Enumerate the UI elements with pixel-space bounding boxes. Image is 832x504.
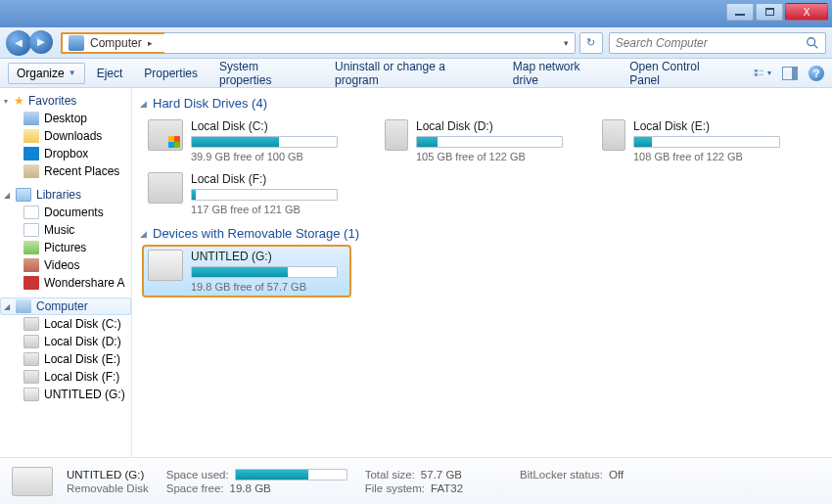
libraries-icon — [16, 188, 31, 202]
control-panel-button[interactable]: Open Control Panel — [629, 60, 732, 87]
computer-icon — [16, 299, 31, 313]
drive-d[interactable]: Local Disk (D:) 105 GB free of 122 GB — [381, 116, 567, 165]
drive-name: Local Disk (D:) — [416, 119, 563, 133]
dropdown-arrow-icon: ▼ — [69, 69, 76, 77]
sidebar-item-desktop[interactable]: Desktop — [0, 110, 131, 127]
address-dropdown-icon[interactable]: ▾ — [558, 38, 575, 48]
sidebar-item-documents[interactable]: Documents — [0, 204, 131, 221]
minimize-button[interactable] — [726, 3, 754, 21]
refresh-button[interactable]: ↻ — [579, 32, 603, 54]
sidebar-item-label: Desktop — [44, 112, 87, 125]
sidebar-libraries-label: Libraries — [36, 188, 81, 202]
sidebar-item-pictures[interactable]: Pictures — [0, 239, 131, 256]
sidebar-item-label: Recent Places — [44, 164, 119, 178]
desktop-icon — [23, 112, 39, 125]
removable-icon — [23, 388, 39, 401]
hdd-icon — [385, 119, 408, 151]
usage-bar — [191, 189, 338, 201]
help-button[interactable]: ? — [809, 66, 824, 81]
usage-bar — [633, 136, 780, 148]
sidebar-item-label: Documents — [44, 206, 104, 219]
group-removable-label: Devices with Removable Storage (1) — [153, 226, 359, 241]
sidebar-item-e[interactable]: Local Disk (E:) — [0, 350, 131, 368]
sidebar-favorites-label: Favorites — [28, 94, 76, 108]
sidebar-item-label: Local Disk (E:) — [44, 352, 120, 366]
sidebar-libraries-header[interactable]: ◢ Libraries — [0, 186, 131, 204]
collapse-icon: ◢ — [4, 302, 14, 311]
details-type: Removable Disk — [67, 482, 149, 494]
sidebar-computer-header[interactable]: ◢ Computer — [0, 298, 131, 315]
drive-free: 105 GB free of 122 GB — [416, 151, 563, 162]
group-removable-header[interactable]: ◢Devices with Removable Storage (1) — [140, 226, 826, 241]
search-box[interactable] — [609, 32, 826, 54]
back-button[interactable]: ◄ — [6, 30, 31, 56]
eject-button[interactable]: Eject — [97, 67, 123, 80]
hdd-icon — [23, 352, 39, 366]
drive-free: 39.9 GB free of 100 GB — [191, 151, 338, 162]
hdd-icon — [602, 119, 625, 151]
hdd-icon — [148, 119, 183, 151]
sidebar-item-downloads[interactable]: Downloads — [0, 127, 131, 145]
details-total-label: Total size: — [365, 469, 415, 481]
sidebar-item-c[interactable]: Local Disk (C:) — [0, 315, 131, 333]
drive-e[interactable]: Local Disk (E:) 108 GB free of 122 GB — [598, 116, 784, 165]
sidebar-item-dropbox[interactable]: Dropbox — [0, 145, 131, 162]
properties-button[interactable]: Properties — [144, 67, 198, 80]
details-usage-bar — [235, 469, 347, 481]
search-input[interactable] — [616, 36, 806, 50]
collapse-icon: ◢ — [4, 191, 14, 200]
sidebar-item-g[interactable]: UNTITLED (G:) — [0, 386, 131, 403]
organize-label: Organize — [17, 67, 65, 80]
view-options-button[interactable]: ▾ — [754, 65, 771, 82]
drive-free: 117 GB free of 121 GB — [191, 204, 338, 215]
dropbox-icon — [23, 147, 39, 160]
group-hdd-label: Hard Disk Drives (4) — [153, 96, 267, 111]
organize-button[interactable]: Organize ▼ — [8, 63, 85, 84]
folder-icon — [23, 129, 39, 143]
sidebar-item-label: Dropbox — [44, 147, 88, 160]
chevron-right-icon[interactable]: ▸ — [142, 38, 159, 48]
sidebar-item-music[interactable]: Music — [0, 221, 131, 239]
svg-line-1 — [814, 44, 818, 48]
removable-icon — [148, 250, 183, 281]
document-icon — [23, 206, 39, 219]
sidebar-computer-label: Computer — [36, 299, 88, 313]
svg-rect-2 — [755, 69, 758, 72]
usage-bar — [416, 136, 563, 148]
details-pane: UNTITLED (G:) Removable Disk Space used:… — [0, 457, 832, 504]
recent-icon — [23, 164, 39, 178]
sidebar: ▾ ★ Favorites Desktop Downloads Dropbox … — [0, 88, 132, 457]
drive-c[interactable]: Local Disk (C:) 39.9 GB free of 100 GB — [144, 116, 349, 165]
drive-name: UNTITLED (G:) — [191, 250, 338, 263]
sidebar-item-wondershare[interactable]: Wondershare A — [0, 274, 131, 292]
maximize-button[interactable] — [756, 3, 783, 21]
sidebar-item-recent[interactable]: Recent Places — [0, 162, 131, 180]
main-content: ◢Hard Disk Drives (4) Local Disk (C:) 39… — [132, 88, 832, 457]
forward-button[interactable]: ► — [29, 30, 53, 54]
hdd-icon — [148, 172, 183, 204]
hdd-icon — [23, 317, 39, 331]
address-bar-extension[interactable]: ▾ — [164, 32, 576, 54]
address-breadcrumb[interactable]: Computer ▸ — [61, 32, 164, 54]
sidebar-item-videos[interactable]: Videos — [0, 256, 131, 274]
drive-name: Local Disk (E:) — [633, 119, 780, 133]
drive-f[interactable]: Local Disk (F:) 117 GB free of 121 GB — [144, 169, 349, 218]
sidebar-item-label: Local Disk (C:) — [44, 317, 121, 331]
sidebar-item-d[interactable]: Local Disk (D:) — [0, 333, 131, 350]
details-fs-label: File system: — [365, 482, 425, 494]
sidebar-item-label: Music — [44, 223, 74, 237]
sidebar-item-f[interactable]: Local Disk (F:) — [0, 368, 131, 386]
svg-point-0 — [808, 37, 815, 45]
group-hdd-header[interactable]: ◢Hard Disk Drives (4) — [140, 96, 826, 111]
sidebar-favorites-header[interactable]: ▾ ★ Favorites — [0, 92, 131, 110]
wondershare-icon — [23, 276, 39, 290]
map-drive-button[interactable]: Map network drive — [513, 60, 608, 87]
uninstall-button[interactable]: Uninstall or change a program — [335, 60, 491, 87]
drive-g[interactable]: UNTITLED (G:) 19.8 GB free of 57.7 GB — [144, 247, 349, 296]
system-properties-button[interactable]: System properties — [219, 60, 313, 87]
svg-rect-7 — [792, 68, 797, 79]
command-bar: Organize ▼ Eject Properties System prope… — [0, 59, 832, 88]
close-button[interactable]: X — [785, 3, 828, 21]
preview-pane-button[interactable] — [781, 65, 799, 82]
sidebar-item-label: Wondershare A — [44, 276, 125, 290]
